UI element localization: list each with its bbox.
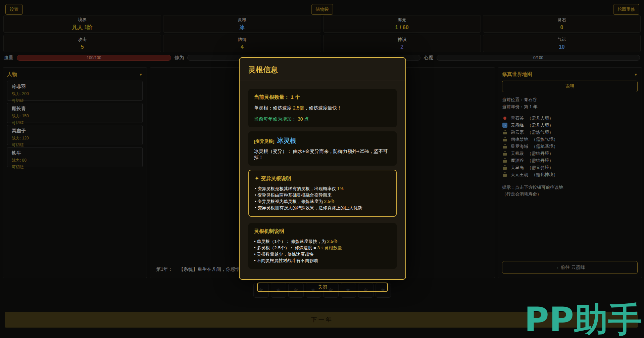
location-row[interactable]: 天机殿 （需结丹境） — [502, 150, 638, 157]
location-row[interactable]: 青石谷 （需凡人境） — [502, 115, 638, 122]
lock-icon — [502, 130, 507, 134]
location-name: 天元王朝 — [511, 172, 528, 178]
root-description: 冰灵根（变异）： 由水+金变异而来，防御力额外+25%，坚不可摧！ — [254, 149, 391, 161]
location-name: 星罗海域 — [511, 143, 528, 150]
location-name: 魔渊谷 — [511, 158, 524, 164]
location-row[interactable]: 天元王朝 （需化神境） — [502, 171, 638, 178]
character-spar-label: 可切磋 — [12, 164, 138, 170]
storage-bag-button[interactable]: 储物袋 — [311, 4, 333, 15]
stat-attack: 攻击 5 — [3, 35, 161, 52]
character-card[interactable]: 冷非羽 战力: 200 可切磋 — [7, 81, 143, 101]
location-list: 青石谷 （需凡人境） 云霞峰 （需凡人境） 碧云宗 （需炼气境） 幽魂禁地 （需… — [502, 115, 638, 178]
bullet: • 多灵根（2-5个）： 修炼速度 = 3 ÷ 灵根数量 — [254, 245, 391, 251]
hp-label: 血量 — [4, 55, 13, 61]
stat-luck: 气运 10 — [483, 35, 641, 52]
character-card[interactable]: 铁牛 战力: 80 可切磋 — [7, 147, 143, 167]
root-detail-card: [变异灵根] 冰灵根 冰灵根（变异）： 由水+金变异而来，防御力额外+25%，坚… — [248, 131, 397, 166]
root-summary-card: 当前灵根数量： 1 个 单灵根：修炼速度 2.5倍，修炼速度最快！ 当前每年修为… — [248, 89, 397, 127]
map-help-button[interactable]: 说明 — [502, 81, 638, 92]
cultivation-label: 修为 — [175, 55, 184, 61]
rebirth-button[interactable]: 轮回重修 — [613, 4, 639, 15]
lock-icon — [502, 173, 507, 177]
stat-divine-sense: 神识 2 — [323, 35, 481, 52]
location-name: 青石谷 — [511, 115, 524, 121]
stat-value: 4 — [241, 44, 244, 50]
location-req: （需炼气境） — [532, 136, 558, 142]
stat-label: 气运 — [557, 37, 566, 43]
root-speed-line: 单灵根：修炼速度 2.5倍，修炼速度最快！ — [254, 105, 391, 111]
character-power: 战力: 200 — [12, 91, 138, 97]
pin-icon — [502, 117, 507, 120]
close-button[interactable]: 关闭 — [257, 283, 388, 292]
lock-icon — [502, 152, 507, 156]
map-hint-line2: （行走会消耗寿命） — [502, 191, 638, 198]
modal-title: 灵根信息 — [240, 58, 405, 81]
lock-icon — [502, 159, 507, 163]
map-hint: 提示：点击下方按钮可前往该地 （行走会消耗寿命） — [502, 184, 638, 198]
bullet: • 变异灵根由两种基础灵根融合变异而来 — [255, 192, 390, 198]
stat-label: 境界 — [78, 17, 87, 23]
mechanics-bullets: • 单灵根（1个）： 修炼速度最快，为 2.5倍 • 多灵根（2-5个）： 修炼… — [254, 238, 391, 264]
character-card[interactable]: 顾长青 战力: 150 可切磋 — [7, 103, 143, 123]
stat-spirit-stones: 灵石 0 — [483, 15, 641, 33]
location-name: 云霞峰 — [511, 122, 524, 128]
location-row[interactable]: 魔渊谷 （需结丹境） — [502, 157, 638, 164]
bullet: • 变异灵根视为单灵根，修炼速度为 2.5倍 — [255, 198, 390, 205]
sparkle-icon: ✦ — [255, 175, 259, 181]
character-name: 冷非羽 — [12, 84, 138, 90]
location-req: （需凡人境） — [527, 115, 553, 121]
character-name: 铁牛 — [12, 150, 138, 156]
next-year-button[interactable]: 下 一 年 — [5, 312, 638, 328]
stat-value: 凡人 1阶 — [72, 24, 92, 31]
location-req: （需炼气境） — [527, 129, 553, 135]
location-req: （需结丹境） — [527, 151, 553, 157]
stat-label: 防御 — [238, 37, 246, 43]
game-screen: 设置 储物袋 轮回重修 境界 凡人 1阶 灵根 冰 寿元 1 / 60 灵石 0… — [0, 0, 644, 338]
root-count-heading: 当前灵根数量： 1 个 — [254, 94, 391, 100]
location-req: （需凡人境） — [527, 122, 553, 128]
location-req: （需元婴境） — [527, 165, 553, 171]
log-text: 【系统】重生在凡间，你感悟天 — [179, 266, 245, 272]
chevron-down-icon[interactable]: ▼ — [634, 73, 638, 77]
location-req: （需化神境） — [532, 172, 558, 178]
characters-panel: 人物 ▼ 冷非羽 战力: 200 可切磋 顾长青 战力: 150 可切磋 冥虚子… — [3, 67, 147, 278]
mutation-info-card: ✦变异灵根说明 • 变异灵根是极其稀有的灵根，出现概率仅 1% • 变异灵根由两… — [248, 170, 397, 217]
yearly-gain-line: 当前每年修为增加： 30 点 — [254, 116, 391, 122]
stat-lifespan: 寿元 1 / 60 — [323, 15, 481, 33]
character-name: 顾长青 — [12, 106, 138, 112]
characters-panel-header: 人物 ▼ — [7, 71, 143, 78]
arrow-icon — [502, 123, 507, 128]
stat-value: 10 — [559, 44, 565, 50]
location-row[interactable]: 星罗海域 （需筑基境） — [502, 143, 638, 150]
inner-demon-bar: 0/100 — [437, 55, 640, 61]
location-name: 天机殿 — [511, 151, 524, 157]
location-row[interactable]: 天星岛 （需元婴境） — [502, 164, 638, 171]
stat-realm: 境界 凡人 1阶 — [3, 15, 161, 33]
settings-button[interactable]: 设置 — [5, 4, 23, 15]
location-name: 天星岛 — [511, 165, 524, 171]
lock-icon — [502, 137, 507, 141]
current-year: 当前年份：第 1 年 — [502, 103, 638, 110]
character-card[interactable]: 冥虚子 战力: 120 可切磋 — [7, 125, 143, 145]
chevron-down-icon[interactable]: ▼ — [139, 73, 143, 77]
location-row[interactable]: 云霞峰 （需凡人境） — [502, 122, 638, 129]
stat-value: 0 — [560, 25, 563, 31]
location-row[interactable]: 碧云宗 （需炼气境） — [502, 129, 638, 136]
stat-value: 冰 — [239, 24, 245, 31]
character-power: 战力: 80 — [12, 158, 138, 163]
bullet: • 变异灵根拥有强大的特殊效果，是修真路上的巨大优势 — [255, 205, 390, 211]
hp-bar: 100/100 — [17, 55, 171, 61]
stat-value: 1 / 60 — [395, 25, 409, 31]
stat-label: 灵石 — [557, 17, 566, 23]
travel-button[interactable]: → 前往 云霞峰 — [502, 261, 638, 274]
characters-panel-title: 人物 — [7, 71, 17, 78]
stat-label: 攻击 — [78, 37, 87, 43]
mutated-root-tag: [变异灵根] — [254, 138, 275, 144]
bullet: • 不同灵根属性对战斗有不同影响 — [254, 257, 391, 264]
mechanics-card: 灵根机制说明 • 单灵根（1个）： 修炼速度最快，为 2.5倍 • 多灵根（2-… — [248, 223, 397, 269]
stat-value: 2 — [400, 44, 403, 50]
mutation-heading: ✦变异灵根说明 — [255, 175, 390, 182]
hp-value: 100/100 — [17, 55, 171, 60]
location-row[interactable]: 幽魂禁地 （需炼气境） — [502, 136, 638, 143]
stat-label: 寿元 — [398, 17, 406, 23]
